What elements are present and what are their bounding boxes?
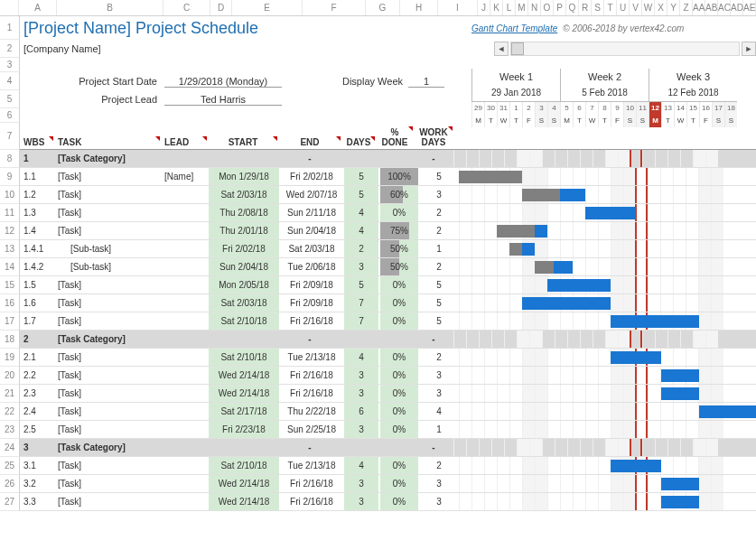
task-row[interactable]: 1.4.2[Sub-task]Sun 2/04/18Tue 2/06/18350… (20, 258, 756, 276)
row-header[interactable]: 8 (0, 150, 20, 168)
cell-pct-done[interactable]: 0% (380, 493, 418, 510)
cell-pct-done[interactable]: 0% (380, 276, 418, 293)
cell-wbs[interactable]: 2.4 (20, 406, 54, 416)
col-header[interactable]: AB (705, 0, 718, 15)
cell-task[interactable]: [Task] (54, 208, 161, 218)
col-header[interactable]: U (617, 0, 630, 15)
cell-end[interactable]: Fri 2/16/18 (280, 479, 343, 489)
cell-end[interactable]: Sat 2/03/18 (280, 244, 343, 254)
col-header[interactable]: Y (667, 0, 680, 15)
cell-task[interactable]: [Task] (54, 316, 161, 326)
cell-work[interactable]: 2 (419, 208, 459, 218)
cell-start[interactable]: Wed 2/14/18 (209, 385, 279, 402)
cell-end[interactable]: Fri 2/16/18 (280, 388, 343, 398)
cell-work[interactable]: 3 (419, 190, 459, 200)
col-header[interactable]: M (516, 0, 528, 15)
task-row[interactable]: 2.4[Task]Sat 2/17/18Thu 2/22/1860%4 (20, 403, 756, 421)
row-header[interactable]: 11 (0, 204, 20, 222)
cell-task[interactable]: [Task] (54, 479, 161, 489)
cell-wbs[interactable]: 3.3 (20, 497, 54, 507)
col-header[interactable]: V (630, 0, 642, 15)
cell-task[interactable]: [Task] (54, 172, 161, 182)
cell-pct-done[interactable]: 60% (380, 186, 418, 203)
cell-task[interactable]: [Task] (54, 352, 161, 362)
category-row[interactable]: 2[Task Category]-- (20, 331, 756, 349)
cell-end[interactable]: Sun 2/25/18 (280, 424, 343, 434)
row-header[interactable]: 20 (0, 367, 20, 385)
row-header[interactable]: 26 (0, 475, 20, 493)
cell-pct-done[interactable]: 0% (380, 312, 418, 330)
cell-work[interactable]: 3 (419, 388, 459, 398)
cell-days[interactable]: 5 (344, 276, 378, 293)
th-days[interactable]: DAYS (341, 135, 376, 149)
cell-start[interactable]: Sat 2/17/18 (209, 403, 279, 420)
col-header[interactable]: Q (566, 0, 579, 15)
cell-work[interactable]: 3 (419, 497, 459, 507)
cell-days[interactable]: 6 (344, 403, 378, 420)
cell-days[interactable]: 3 (344, 258, 378, 275)
cell-days[interactable]: 3 (344, 385, 378, 402)
cell-task[interactable]: [Task Category] (54, 154, 161, 163)
cell-task[interactable]: [Task] (54, 226, 161, 236)
cell-end[interactable]: Fri 2/16/18 (280, 497, 343, 507)
col-header[interactable]: C (163, 0, 210, 15)
cell-wbs[interactable]: 2.3 (20, 388, 54, 398)
cell-days[interactable]: 4 (344, 204, 378, 221)
cell-wbs[interactable]: 3.2 (20, 479, 54, 489)
cell-days[interactable]: 5 (344, 186, 378, 203)
col-header[interactable]: O (541, 0, 554, 15)
task-row[interactable]: 1.7[Task]Sat 2/10/18Fri 2/16/1870%5 (20, 312, 756, 331)
cell-wbs[interactable]: 3.1 (20, 461, 54, 470)
cell-start[interactable]: Sat 2/10/18 (209, 349, 279, 366)
cell-wbs[interactable]: 1 (20, 154, 54, 163)
cell-pct-done[interactable]: 0% (380, 475, 418, 492)
col-header[interactable]: L (503, 0, 516, 15)
task-row[interactable]: 1.4.1[Sub-task]Fri 2/02/18Sat 2/03/18250… (20, 240, 756, 258)
row-header[interactable]: 1 (0, 16, 20, 40)
cell-pct-done[interactable]: 0% (380, 349, 418, 366)
cell-task[interactable]: [Task] (54, 497, 161, 507)
cell-wbs[interactable]: 2 (20, 334, 54, 344)
cell-days[interactable]: 3 (344, 493, 378, 510)
col-header[interactable]: G (366, 0, 400, 15)
cell-end[interactable]: Fri 2/16/18 (280, 316, 343, 326)
th-done[interactable]: % DONE (376, 126, 414, 149)
th-start[interactable]: START (208, 135, 278, 149)
cell-start[interactable]: Thu 2/01/18 (209, 222, 279, 239)
cell-task[interactable]: [Task] (54, 280, 161, 290)
row-header[interactable]: 23 (0, 421, 20, 439)
category-row[interactable]: 1[Task Category]-- (20, 150, 756, 168)
cell-work[interactable]: 1 (419, 244, 459, 254)
col-header[interactable]: P (554, 0, 566, 15)
cell-work[interactable]: 2 (419, 226, 459, 236)
cell-wbs[interactable]: 1.6 (20, 298, 54, 308)
cell-pct-done[interactable]: 50% (380, 240, 418, 257)
project-lead[interactable]: Ted Harris (164, 94, 282, 106)
th-end[interactable]: END (278, 135, 341, 149)
col-header[interactable]: AC (718, 0, 731, 15)
scroll-right-button[interactable]: ► (742, 42, 756, 56)
cell-task[interactable]: [Task Category] (54, 443, 161, 452)
row-header[interactable]: 27 (0, 493, 20, 511)
col-header[interactable]: AD (731, 0, 743, 15)
row-header[interactable]: 12 (0, 222, 20, 240)
row-header[interactable]: 14 (0, 258, 20, 276)
cell-pct-done[interactable]: 0% (380, 367, 418, 384)
col-header[interactable]: H (400, 0, 438, 15)
row-header[interactable]: 17 (0, 312, 20, 331)
row-header[interactable]: 3 (0, 58, 20, 72)
cell-pct-done[interactable]: 0% (380, 385, 418, 402)
cell-days[interactable]: 4 (344, 457, 378, 474)
cell-wbs[interactable]: 1.3 (20, 208, 54, 218)
cell-wbs[interactable]: 3 (20, 443, 54, 452)
cell-task[interactable]: [Task] (54, 406, 161, 416)
scroll-track[interactable] (510, 42, 740, 56)
task-row[interactable]: 3.2[Task]Wed 2/14/18Fri 2/16/1830%3 (20, 475, 756, 493)
cell-task[interactable]: [Task] (54, 370, 161, 380)
col-header[interactable]: B (57, 0, 163, 15)
cell-lead[interactable]: [Name] (161, 172, 208, 182)
cell-days[interactable]: 7 (344, 294, 378, 312)
cell-end[interactable]: Tue 2/13/18 (280, 461, 343, 470)
task-row[interactable]: 1.2[Task]Sat 2/03/18Wed 2/07/18560%3 (20, 186, 756, 204)
row-header[interactable]: 24 (0, 439, 20, 457)
